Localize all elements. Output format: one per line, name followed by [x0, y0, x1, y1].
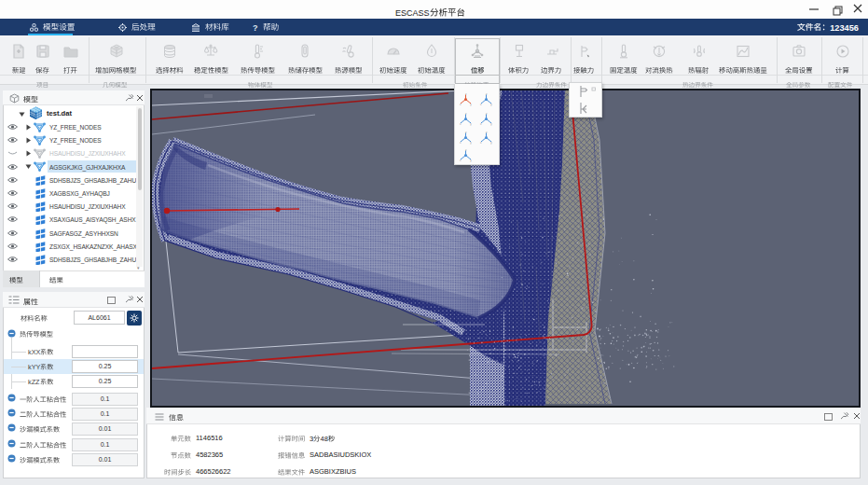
svg-text:y: y: [490, 141, 492, 145]
svg-text:z: z: [486, 112, 488, 116]
svg-text:y: y: [490, 103, 492, 106]
svg-text:z: z: [465, 92, 467, 96]
svg-text:z: z: [465, 131, 467, 134]
svg-text:z: z: [465, 148, 467, 152]
svg-text:y: y: [490, 121, 492, 125]
svg-text:y: y: [470, 141, 472, 145]
svg-text:z: z: [486, 92, 488, 96]
svg-text:z: z: [486, 131, 488, 134]
svg-text:z: z: [465, 112, 467, 116]
svg-text:y: y: [470, 159, 472, 162]
svg-text:y: y: [470, 121, 472, 125]
svg-text:y: y: [470, 103, 472, 106]
